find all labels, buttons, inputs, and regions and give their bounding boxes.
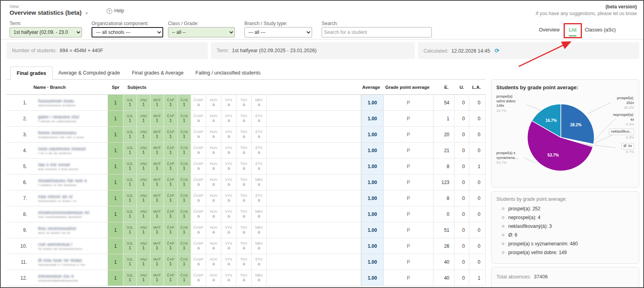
subject-grade-cell: ČAS1 xyxy=(178,159,191,174)
page-title[interactable]: Overview statistics (beta) ▾ xyxy=(10,9,88,16)
subject-abbr: TSV xyxy=(236,98,251,102)
behavior-grade: 1 xyxy=(108,238,123,254)
class-grade-select[interactable]: -- all -- xyxy=(168,27,235,37)
average-value: 1.00 xyxy=(361,222,384,238)
subject-abbr: ČAP xyxy=(164,194,177,198)
subject-grade: a xyxy=(236,229,251,235)
subject-grade: 1 xyxy=(123,214,137,219)
row-number: 5. xyxy=(6,159,31,174)
subject-grade-cell: HUVa xyxy=(206,95,221,110)
pie-callout-text: Ø: 6x xyxy=(621,143,634,149)
subject-grade: a xyxy=(236,134,251,139)
subject-grade-cell: HUVa xyxy=(206,270,221,286)
subject-grade: a xyxy=(191,182,206,187)
student-branch-redacted: aaeiuiuiaoaoa iuuiaeeo xyxy=(38,104,107,107)
subject-grade: a xyxy=(236,277,251,282)
refresh-icon[interactable]: ⟳ xyxy=(495,47,500,54)
tab-average-computed[interactable]: Average & Computed grade xyxy=(53,67,126,80)
table-row[interactable]: 9.bou oouiououaiiui aeiu ia ioeaiii oa i… xyxy=(6,222,486,238)
pie-callout-percent: 53.7% xyxy=(496,161,524,165)
average-value: 1.00 xyxy=(361,111,384,126)
table-row[interactable]: 10.cue aeeoeioua ifa ouaeu aa ieooauaieo… xyxy=(6,238,486,254)
table-row[interactable]: 3.heieo ieeeeeeaoumoaaiioaueu iiai oue o… xyxy=(6,127,486,143)
table-row[interactable]: 7.naa oieuoi ao ui miaiuouiaiu oi oioeu … xyxy=(6,190,486,206)
term-select[interactable]: 1st halfyear (02.09. - 23.0 xyxy=(10,27,82,37)
gpa-value: P xyxy=(384,111,433,126)
view-tab-classes[interactable]: Classes (aSc) xyxy=(585,27,616,33)
subject-grade: a xyxy=(191,198,206,203)
subject-abbr: HUV xyxy=(206,241,221,245)
subject-grade: 1 xyxy=(123,261,137,266)
table-row[interactable]: 4.iuoa uaueeuea oeauuit ue o ae au ieeau… xyxy=(6,143,486,159)
subject-abbr: ČAP xyxy=(164,130,177,134)
subject-grade-cell: MAT1 xyxy=(150,143,164,158)
calculated-label: Calculated: xyxy=(423,48,449,54)
subject-grade: a xyxy=(206,261,221,266)
subject-grade-cell: ANJ1 xyxy=(137,111,150,126)
help-link[interactable]: ?Help xyxy=(107,8,124,14)
header-divider xyxy=(1,39,643,39)
pie-callout-text: neklasifikov... xyxy=(609,129,634,135)
subject-abbr: ČAS xyxy=(178,130,191,134)
chevron-down-icon: ▾ xyxy=(86,11,88,16)
subject-abbr: ČAS xyxy=(178,178,191,182)
unexcused-count: 0 xyxy=(455,111,469,126)
subject-grade-cell: VYVa xyxy=(221,254,236,270)
subject-abbr: VYV xyxy=(221,178,236,182)
behavior-grade: 1 xyxy=(108,206,123,222)
absences-label: Total absences: xyxy=(496,274,531,280)
subject-grade: 1 xyxy=(123,245,137,251)
table-row[interactable]: 6.moaaiioaueu iiai oue of uaaauu oi iae … xyxy=(6,174,486,190)
subject-grade-cell: VYVa xyxy=(221,238,236,254)
header-gpa: Grade point average xyxy=(382,85,432,90)
subject-grade: 1 xyxy=(137,134,150,139)
row-filler xyxy=(267,95,361,110)
subject-grade: a xyxy=(252,102,266,107)
summary-item: prospel(a) s vyznamenaním: 480 xyxy=(502,241,634,247)
subject-abbr: HUV xyxy=(206,162,221,166)
table-row[interactable]: 8.oioaeuuiueouaoeaua ioi tuiu eoauiiaaae… xyxy=(6,206,486,222)
subject-grade: a xyxy=(221,245,236,251)
subject-grade-cell: ETVa xyxy=(252,143,267,158)
term-filter-label: Term: xyxy=(10,21,21,26)
table-row[interactable]: 2.gaee i oeauiea oiuif uieiua eo oaaooia… xyxy=(6,111,486,127)
subject-grade: 1 xyxy=(150,277,164,282)
subject-grade-cell: SJL1 xyxy=(123,270,137,286)
page-title-text: Overview statistics (beta) xyxy=(10,9,82,16)
subject-grade: a xyxy=(252,118,266,123)
search-input[interactable] xyxy=(322,27,432,37)
pie-slice-percent: 53.7% xyxy=(548,153,559,157)
table-row[interactable]: 11.di eoa iuue oe ieaaomeoauoaaa u i eui… xyxy=(6,254,486,270)
subject-grade-cell: ČASPa xyxy=(191,222,206,238)
org-component-select[interactable]: --- all schools --- xyxy=(92,27,163,37)
view-tab-overview[interactable]: Overview xyxy=(539,27,560,33)
subject-abbr: NBV xyxy=(252,178,266,182)
subject-grade: 1 xyxy=(164,229,177,235)
student-name: iuoa uaueeuea oeauuit ue o ae au ieeauuo xyxy=(31,143,108,158)
subject-abbr: ČAS xyxy=(178,225,191,229)
view-tab-list[interactable]: List xyxy=(569,27,576,36)
student-branch-redacted: f uieiua eo oaaooiaoeia xyxy=(38,120,107,123)
branch-filter-label: Branch / Study type: xyxy=(244,21,287,26)
branch-select[interactable]: --- all --- xyxy=(244,27,312,37)
table-row[interactable]: 1.fuuuuoeuei euauaaeiuiuiaoaoa iuuiaeeo1… xyxy=(6,95,486,111)
students-count-value: 894 = 454M + 440F xyxy=(60,48,103,53)
subject-grade-cell: VYVa xyxy=(221,127,236,142)
tab-final-grades[interactable]: Final grades xyxy=(10,67,53,80)
table-row[interactable]: 12.eieoeeaiue oiu etoiiauieeaaaeaaiaoeoi… xyxy=(6,270,486,286)
subject-abbr: ČAP xyxy=(164,257,177,261)
subject-abbr: HUV xyxy=(206,178,221,182)
subject-grade-cell: ČAS1 xyxy=(178,127,191,142)
tab-final-grades-average[interactable]: Final grades & Average xyxy=(126,67,189,80)
gpa-summary-card: Students by grade point average: prospel… xyxy=(491,191,639,264)
unexcused-count: 0 xyxy=(455,127,469,142)
pie-slice-percent: 16.7% xyxy=(545,118,556,123)
tab-failing-unclassified[interactable]: Failing / unclassified students xyxy=(189,67,266,80)
behavior-grade: 1 xyxy=(108,270,123,286)
subject-grade-cell: ČAS1 xyxy=(178,254,191,270)
late-arrival-count: 0 xyxy=(469,174,486,190)
subject-abbr: VYV xyxy=(221,225,236,229)
subject-grade: 1 xyxy=(178,118,191,123)
table-row[interactable]: 5.laa o eie oooai aue euiaooi ii eea auu… xyxy=(6,159,486,174)
student-branch-redacted: meoauoaaa u i euieeuo u iuu xyxy=(38,263,107,266)
